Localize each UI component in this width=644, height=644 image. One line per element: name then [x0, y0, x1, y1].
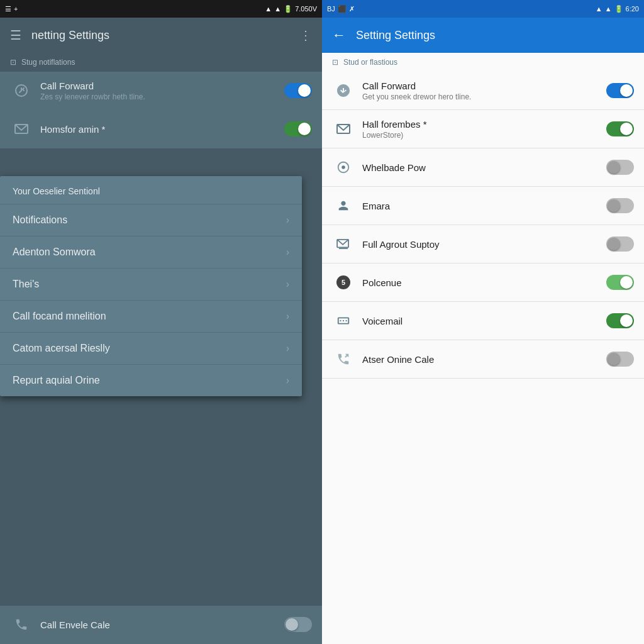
- left-toolbar-title: netting Settings: [31, 29, 299, 42]
- polcenue-text: Polcenue: [362, 277, 606, 288]
- hamburger-icon-small: ☰: [5, 5, 11, 13]
- emara-text: Emara: [362, 201, 606, 211]
- svg-point-3: [341, 165, 345, 169]
- polcenue-item[interactable]: 5 Polcenue: [322, 264, 644, 302]
- chevron-icon-1: ›: [286, 247, 289, 258]
- chevron-icon-0: ›: [286, 214, 289, 226]
- whelbade-icon: [332, 156, 355, 179]
- status-right-right-icons: ▲ ▲ 🔋 6:20: [596, 5, 639, 13]
- status-icons-left: ☰ +: [5, 5, 18, 13]
- call-forward-toggle-right[interactable]: [606, 83, 634, 98]
- right-toolbar-title: Setting Settings: [356, 29, 634, 42]
- voicemail-text: Voicemail: [362, 316, 606, 326]
- voltage-label: 7.050V: [295, 5, 317, 13]
- signal-icon-left: ▲: [274, 5, 281, 13]
- hall-forembes-toggle[interactable]: [606, 121, 634, 136]
- status-bar-right: BJ ⬛ ✗ ▲ ▲ 🔋 6:20: [322, 0, 644, 18]
- battery-icon-right: 🔋: [614, 5, 623, 13]
- whelbade-text: Whelbade Pow: [362, 162, 606, 173]
- emara-icon: [332, 194, 355, 217]
- whelbade-pow-item[interactable]: Whelbade Pow: [322, 148, 644, 187]
- x-icon: ✗: [349, 5, 355, 13]
- badge-5: 5: [336, 275, 350, 289]
- bj-label: BJ: [327, 5, 335, 13]
- full-agrout-toggle[interactable]: [606, 236, 634, 252]
- full-agrout-item[interactable]: Full Agrout Suptoy: [322, 225, 644, 264]
- signal-icon-right: ▲: [605, 5, 612, 13]
- call-envele-item[interactable]: Call Envele Cale: [0, 606, 322, 644]
- homsfor-toggle-left[interactable]: [284, 121, 312, 136]
- hall-forembes-icon: [332, 118, 355, 140]
- full-agrout-icon: [332, 233, 355, 255]
- section-icon-left: ⊡: [10, 58, 16, 67]
- call-forward-icon-right: [332, 79, 355, 102]
- atser-onine-item[interactable]: Atser Onine Cale: [322, 340, 644, 379]
- time-right: 6:20: [626, 5, 639, 13]
- hall-forembes-item[interactable]: Hall forembes * LowerStore): [322, 110, 644, 148]
- homsfor-icon-left: [10, 118, 33, 140]
- dropdown-item-theis[interactable]: Thei's ›: [0, 268, 302, 300]
- right-panel: BJ ⬛ ✗ ▲ ▲ 🔋 6:20 ← Setting Settings ⊡ S…: [322, 0, 644, 644]
- dropdown-menu: Your Oeselier Sentionl Notifications › A…: [0, 176, 302, 396]
- dropdown-item-call-focand[interactable]: Call focand mnelition ›: [0, 300, 302, 332]
- call-forward-toggle-left[interactable]: [284, 83, 312, 98]
- call-forward-item-right[interactable]: Call Forward Get you sneek drewor hero t…: [322, 72, 644, 110]
- dropdown-item-adenton[interactable]: Adenton Somwora ›: [0, 236, 302, 268]
- full-agrout-text: Full Agrout Suptoy: [362, 239, 606, 250]
- call-envele-text: Call Envele Cale: [40, 619, 284, 630]
- call-forward-item-left[interactable]: Call Forward Zes sy lenever rowbr heth t…: [0, 72, 322, 110]
- chevron-icon-3: ›: [286, 311, 289, 322]
- toolbar-right: ← Setting Settings: [322, 18, 644, 53]
- left-panel: ☰ + ▲ ▲ 🔋 7.050V ☰ netting Settings ⋮ ⊡ …: [0, 0, 322, 644]
- back-button[interactable]: ←: [332, 27, 346, 43]
- call-envele-toggle[interactable]: [284, 617, 312, 632]
- plus-icon: +: [14, 5, 18, 13]
- status-bar-left: ☰ + ▲ ▲ 🔋 7.050V: [0, 0, 322, 18]
- status-right-left-icons: BJ ⬛ ✗: [327, 5, 355, 13]
- wifi-icon-right: ▲: [596, 5, 602, 13]
- homsfor-text-left: Homsfor amin *: [40, 124, 284, 135]
- status-right-left: ▲ ▲ 🔋 7.050V: [265, 5, 317, 13]
- chevron-icon-4: ›: [286, 343, 289, 354]
- voicemail-icon: [332, 309, 355, 332]
- homsfor-item-left[interactable]: Homsfor amin *: [0, 110, 322, 148]
- call-envele-icon: [10, 613, 33, 636]
- polcenue-toggle[interactable]: [606, 275, 634, 290]
- call-forward-icon-left: [10, 79, 33, 102]
- hamburger-icon[interactable]: ☰: [10, 28, 21, 43]
- more-options-icon[interactable]: ⋮: [299, 28, 312, 43]
- chevron-icon-2: ›: [286, 279, 289, 290]
- call-forward-text-left: Call Forward Zes sy lenever rowbr heth t…: [40, 80, 284, 101]
- call-forward-text-right: Call Forward Get you sneek drewor hero t…: [362, 80, 606, 101]
- emara-item[interactable]: Emara: [322, 187, 644, 225]
- right-section-header: ⊡ Stud or flastious: [322, 53, 644, 72]
- dropdown-title: Your Oeselier Sentionl: [0, 176, 302, 204]
- atser-onine-toggle[interactable]: [606, 352, 634, 367]
- atser-onine-text: Atser Onine Cale: [362, 354, 606, 365]
- section-icon-right: ⊡: [332, 58, 338, 67]
- square-icon: ⬛: [338, 5, 347, 13]
- voicemail-toggle[interactable]: [606, 313, 634, 328]
- battery-icon-left: 🔋: [284, 5, 292, 13]
- hall-forembes-text: Hall forembes * LowerStore): [362, 119, 606, 140]
- chevron-icon-5: ›: [286, 375, 289, 386]
- voicemail-item[interactable]: Voicemail: [322, 302, 644, 340]
- polcenue-icon: 5: [332, 271, 355, 294]
- left-section-header: ⊡ Stug notiflations: [0, 53, 322, 72]
- right-bottom-gap: [322, 379, 644, 644]
- atser-onine-icon: [332, 348, 355, 370]
- dropdown-item-notifications[interactable]: Notifications ›: [0, 204, 302, 236]
- whelbade-toggle[interactable]: [606, 160, 634, 175]
- wifi-icon-left: ▲: [265, 5, 272, 13]
- dropdown-item-catom[interactable]: Catom acersal Rieslly ›: [0, 332, 302, 364]
- toolbar-left: ☰ netting Settings ⋮: [0, 18, 322, 53]
- emara-toggle[interactable]: [606, 198, 634, 213]
- dropdown-item-repurt[interactable]: Repurt aquial Orine ›: [0, 364, 302, 396]
